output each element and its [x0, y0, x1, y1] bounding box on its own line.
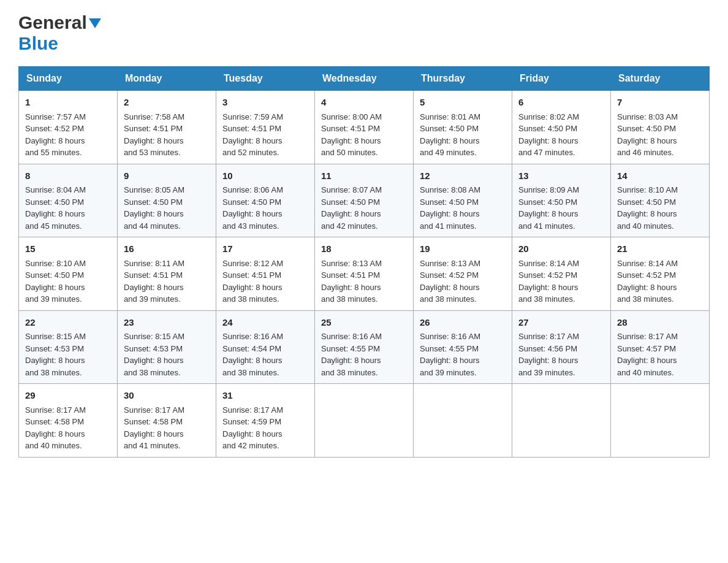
- day-info: Sunrise: 7:59 AMSunset: 4:51 PMDaylight:…: [222, 111, 308, 159]
- calendar-cell: 27 Sunrise: 8:17 AMSunset: 4:56 PMDaylig…: [512, 310, 611, 384]
- calendar-cell: 20 Sunrise: 8:14 AMSunset: 4:52 PMDaylig…: [512, 237, 611, 311]
- calendar-week-row: 1 Sunrise: 7:57 AMSunset: 4:52 PMDayligh…: [19, 91, 710, 164]
- calendar-cell: 18 Sunrise: 8:13 AMSunset: 4:51 PMDaylig…: [315, 237, 414, 311]
- day-info: Sunrise: 8:17 AMSunset: 4:58 PMDaylight:…: [124, 404, 210, 452]
- day-number: 29: [25, 389, 111, 403]
- calendar-cell: [414, 384, 512, 458]
- day-number: 3: [222, 96, 308, 110]
- day-number: 8: [25, 169, 111, 183]
- day-info: Sunrise: 8:17 AMSunset: 4:56 PMDaylight:…: [518, 331, 604, 378]
- day-info: Sunrise: 8:16 AMSunset: 4:55 PMDaylight:…: [321, 331, 407, 378]
- calendar-cell: 12 Sunrise: 8:08 AMSunset: 4:50 PMDaylig…: [414, 164, 512, 237]
- calendar-cell: 2 Sunrise: 7:58 AMSunset: 4:51 PMDayligh…: [118, 91, 216, 164]
- day-number: 15: [25, 242, 111, 256]
- day-number: 17: [222, 242, 308, 256]
- calendar-cell: [512, 384, 611, 458]
- calendar-week-row: 15 Sunrise: 8:10 AMSunset: 4:50 PMDaylig…: [19, 237, 710, 311]
- calendar-week-row: 22 Sunrise: 8:15 AMSunset: 4:53 PMDaylig…: [19, 310, 710, 384]
- header-wednesday: Wednesday: [315, 67, 414, 91]
- day-info: Sunrise: 8:04 AMSunset: 4:50 PMDaylight:…: [25, 184, 111, 232]
- logo-arrow-icon: [89, 18, 101, 31]
- calendar-cell: 14 Sunrise: 8:10 AMSunset: 4:50 PMDaylig…: [611, 164, 710, 237]
- day-info: Sunrise: 8:14 AMSunset: 4:52 PMDaylight:…: [617, 258, 703, 305]
- day-number: 18: [321, 242, 407, 256]
- day-number: 31: [222, 389, 308, 403]
- day-info: Sunrise: 8:02 AMSunset: 4:50 PMDaylight:…: [518, 111, 604, 159]
- day-number: 22: [25, 316, 111, 330]
- calendar-week-row: 29 Sunrise: 8:17 AMSunset: 4:58 PMDaylig…: [19, 384, 710, 458]
- day-number: 2: [124, 96, 210, 110]
- calendar-cell: 16 Sunrise: 8:11 AMSunset: 4:51 PMDaylig…: [118, 237, 216, 311]
- day-info: Sunrise: 8:17 AMSunset: 4:58 PMDaylight:…: [25, 404, 111, 452]
- day-info: Sunrise: 8:13 AMSunset: 4:51 PMDaylight:…: [321, 258, 407, 305]
- day-info: Sunrise: 7:58 AMSunset: 4:51 PMDaylight:…: [124, 111, 210, 159]
- day-info: Sunrise: 8:05 AMSunset: 4:50 PMDaylight:…: [124, 184, 210, 232]
- calendar-cell: 11 Sunrise: 8:07 AMSunset: 4:50 PMDaylig…: [315, 164, 414, 237]
- calendar-cell: 6 Sunrise: 8:02 AMSunset: 4:50 PMDayligh…: [512, 91, 611, 164]
- calendar-cell: 24 Sunrise: 8:16 AMSunset: 4:54 PMDaylig…: [216, 310, 315, 384]
- day-info: Sunrise: 8:15 AMSunset: 4:53 PMDaylight:…: [124, 331, 210, 378]
- calendar-cell: 5 Sunrise: 8:01 AMSunset: 4:50 PMDayligh…: [414, 91, 512, 164]
- calendar-cell: 19 Sunrise: 8:13 AMSunset: 4:52 PMDaylig…: [414, 237, 512, 311]
- calendar-cell: 22 Sunrise: 8:15 AMSunset: 4:53 PMDaylig…: [19, 310, 118, 384]
- day-number: 5: [420, 96, 506, 110]
- day-number: 9: [124, 169, 210, 183]
- day-info: Sunrise: 8:00 AMSunset: 4:51 PMDaylight:…: [321, 111, 407, 159]
- day-number: 7: [617, 96, 703, 110]
- day-number: 10: [222, 169, 308, 183]
- day-info: Sunrise: 8:03 AMSunset: 4:50 PMDaylight:…: [617, 111, 703, 159]
- day-number: 23: [124, 316, 210, 330]
- day-info: Sunrise: 8:17 AMSunset: 4:59 PMDaylight:…: [222, 404, 308, 452]
- calendar-cell: 28 Sunrise: 8:17 AMSunset: 4:57 PMDaylig…: [611, 310, 710, 384]
- day-number: 13: [518, 169, 604, 183]
- logo-blue: Blue: [18, 33, 58, 53]
- day-info: Sunrise: 8:16 AMSunset: 4:54 PMDaylight:…: [222, 331, 308, 378]
- day-info: Sunrise: 8:01 AMSunset: 4:50 PMDaylight:…: [420, 111, 506, 159]
- calendar-cell: 23 Sunrise: 8:15 AMSunset: 4:53 PMDaylig…: [118, 310, 216, 384]
- calendar-cell: 15 Sunrise: 8:10 AMSunset: 4:50 PMDaylig…: [19, 237, 118, 311]
- day-number: 14: [617, 169, 703, 183]
- day-number: 28: [617, 316, 703, 330]
- calendar-cell: 4 Sunrise: 8:00 AMSunset: 4:51 PMDayligh…: [315, 91, 414, 164]
- day-info: Sunrise: 8:10 AMSunset: 4:50 PMDaylight:…: [617, 184, 703, 232]
- day-number: 1: [25, 96, 111, 110]
- svg-marker-0: [89, 18, 101, 28]
- header-friday: Friday: [512, 67, 611, 91]
- calendar-cell: 31 Sunrise: 8:17 AMSunset: 4:59 PMDaylig…: [216, 384, 315, 458]
- day-info: Sunrise: 8:15 AMSunset: 4:53 PMDaylight:…: [25, 331, 111, 378]
- calendar-cell: 21 Sunrise: 8:14 AMSunset: 4:52 PMDaylig…: [611, 237, 710, 311]
- day-number: 11: [321, 169, 407, 183]
- day-info: Sunrise: 7:57 AMSunset: 4:52 PMDaylight:…: [25, 111, 111, 159]
- calendar-cell: 8 Sunrise: 8:04 AMSunset: 4:50 PMDayligh…: [19, 164, 118, 237]
- header-thursday: Thursday: [414, 67, 512, 91]
- header-monday: Monday: [118, 67, 216, 91]
- header-saturday: Saturday: [611, 67, 710, 91]
- calendar-cell: 7 Sunrise: 8:03 AMSunset: 4:50 PMDayligh…: [611, 91, 710, 164]
- calendar-cell: 30 Sunrise: 8:17 AMSunset: 4:58 PMDaylig…: [118, 384, 216, 458]
- day-info: Sunrise: 8:07 AMSunset: 4:50 PMDaylight:…: [321, 184, 407, 232]
- calendar-cell: [315, 384, 414, 458]
- day-info: Sunrise: 8:13 AMSunset: 4:52 PMDaylight:…: [420, 258, 506, 305]
- calendar-cell: 3 Sunrise: 7:59 AMSunset: 4:51 PMDayligh…: [216, 91, 315, 164]
- day-number: 19: [420, 242, 506, 256]
- calendar-cell: [611, 384, 710, 458]
- calendar-cell: 10 Sunrise: 8:06 AMSunset: 4:50 PMDaylig…: [216, 164, 315, 237]
- header-tuesday: Tuesday: [216, 67, 315, 91]
- day-number: 16: [124, 242, 210, 256]
- day-info: Sunrise: 8:11 AMSunset: 4:51 PMDaylight:…: [124, 258, 210, 305]
- day-info: Sunrise: 8:14 AMSunset: 4:52 PMDaylight:…: [518, 258, 604, 305]
- calendar-cell: 9 Sunrise: 8:05 AMSunset: 4:50 PMDayligh…: [118, 164, 216, 237]
- calendar-cell: 26 Sunrise: 8:16 AMSunset: 4:55 PMDaylig…: [414, 310, 512, 384]
- calendar-cell: 29 Sunrise: 8:17 AMSunset: 4:58 PMDaylig…: [19, 384, 118, 458]
- day-number: 27: [518, 316, 604, 330]
- calendar-cell: 1 Sunrise: 7:57 AMSunset: 4:52 PMDayligh…: [19, 91, 118, 164]
- day-number: 24: [222, 316, 308, 330]
- calendar-week-row: 8 Sunrise: 8:04 AMSunset: 4:50 PMDayligh…: [19, 164, 710, 237]
- calendar-header-row: SundayMondayTuesdayWednesdayThursdayFrid…: [19, 67, 710, 91]
- day-number: 25: [321, 316, 407, 330]
- day-number: 4: [321, 96, 407, 110]
- calendar-table: SundayMondayTuesdayWednesdayThursdayFrid…: [18, 66, 710, 458]
- calendar-cell: 25 Sunrise: 8:16 AMSunset: 4:55 PMDaylig…: [315, 310, 414, 384]
- logo: General Blue: [18, 12, 101, 54]
- day-info: Sunrise: 8:06 AMSunset: 4:50 PMDaylight:…: [222, 184, 308, 232]
